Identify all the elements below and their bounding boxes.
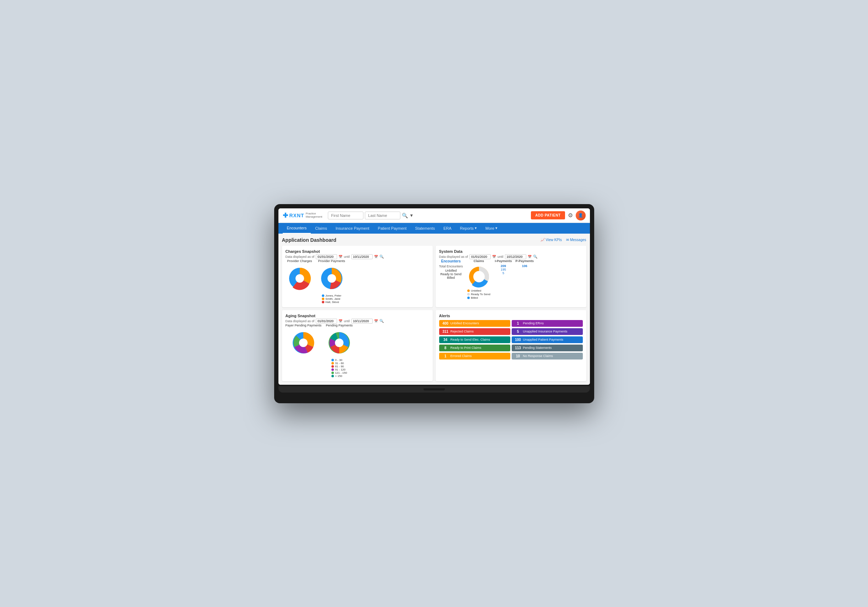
laptop-base <box>278 386 590 393</box>
no-response-claims-btn[interactable]: 10 No Response Claims <box>512 353 583 359</box>
i-payments-title: I-Payments <box>495 259 512 263</box>
range-gt-150: > 150 <box>332 375 347 378</box>
unbilled-count: 209 <box>501 264 506 268</box>
range-31-60: 31 - 60 <box>332 362 347 365</box>
provider-payments-label: Provider Payments <box>318 259 345 263</box>
nav-claims[interactable]: Claims <box>311 223 332 233</box>
charges-legend: Jones, Peter Smith, Jane Hall, Steve <box>322 294 341 304</box>
system-date-from[interactable] <box>470 254 491 259</box>
charges-snapshot-card: Charges Snapshot Data displayed as of 📅 … <box>282 246 433 307</box>
range-0-30: 0 - 30 <box>332 358 347 362</box>
unapplied-ins-text: Unapplied Insurance Payments <box>523 330 567 333</box>
logo-subtitle2: Management <box>306 215 322 219</box>
i-payments-col: I-Payments 209 195 5 <box>495 259 512 299</box>
nav-encounters[interactable]: Encounters <box>283 223 311 234</box>
first-name-input[interactable] <box>328 212 363 219</box>
unbilled-dot <box>467 290 470 292</box>
screen: ✚ RXNT Practice Management 🔍 ▼ ADD PATIE… <box>278 208 590 385</box>
unapplied-patient-btn[interactable]: 100 Unapplied Patient Payments <box>512 336 583 343</box>
ready-print-btn[interactable]: 8 Ready to Print Claims <box>439 345 510 352</box>
pending-eras-text: Pending ERAs <box>523 322 544 325</box>
nav-statements[interactable]: Statements <box>411 223 439 233</box>
total-encounters-label: Total Encounters <box>439 265 463 268</box>
range-61-90: 61 - 90 <box>332 365 347 368</box>
pending-eras-badge: 1 <box>515 322 522 325</box>
page-header: Application Dashboard 📈 View KPIs ✉ Mess… <box>282 237 586 243</box>
rejected-count-badge: 311 <box>442 330 449 334</box>
unbilled-count-badge: 400 <box>442 322 449 325</box>
no-response-badge: 10 <box>515 354 522 358</box>
nav-bar: Encounters Claims Insurance Payment Pati… <box>278 223 590 234</box>
charges-search-btn[interactable]: 🔍 <box>380 255 384 259</box>
settings-button[interactable]: ⚙ <box>568 212 573 219</box>
pending-pie <box>325 328 353 357</box>
provider-charges-pie <box>285 264 314 293</box>
aging-date-from[interactable] <box>316 319 337 324</box>
pending-eras-btn[interactable]: 1 Pending ERAs <box>512 320 583 327</box>
nav-more[interactable]: More ▾ <box>481 223 502 233</box>
svg-point-9 <box>335 339 344 347</box>
errored-claims-btn[interactable]: 1 Errored Claims <box>439 353 510 359</box>
charges-charts-row: Provider Charges Provider Payments <box>285 259 429 304</box>
billed-legend: Billed <box>467 296 490 299</box>
rejected-label-text: Rejected Claims <box>451 330 474 333</box>
ready-send-legend: Ready To Send <box>467 293 490 296</box>
range-91-120: 91 - 120 <box>332 368 347 371</box>
avatar: 👤 <box>576 211 586 220</box>
p-payments-title: P-Payments <box>516 259 534 263</box>
errored-count-badge: 1 <box>442 354 449 358</box>
reports-dropdown-icon: ▾ <box>475 226 477 231</box>
svg-point-5 <box>473 271 485 282</box>
encounters-link[interactable]: Encounters <box>441 259 461 263</box>
aging-title: Aging Snapshot <box>285 314 429 318</box>
alerts-title: Alerts <box>439 314 583 318</box>
last-name-input[interactable] <box>365 212 400 219</box>
legend-jones: Jones, Peter <box>322 294 341 297</box>
rejected-claims-btn[interactable]: 311 Rejected Claims <box>439 328 510 335</box>
system-search-btn[interactable]: 🔍 <box>533 255 537 259</box>
unapplied-insurance-btn[interactable]: 5 Unapplied Insurance Payments <box>512 328 583 335</box>
laptop-notch <box>423 388 445 390</box>
messages-icon: ✉ <box>566 238 569 242</box>
aging-search-btn[interactable]: 🔍 <box>380 319 384 323</box>
pending-statements-btn[interactable]: 113 Pending Statements <box>512 345 583 352</box>
messages-link[interactable]: ✉ Messages <box>566 238 586 242</box>
nav-insurance-payment[interactable]: Insurance Payment <box>332 223 374 233</box>
system-data-title: System Data <box>439 249 583 254</box>
alerts-left-col: 400 Unbilled Encounters 311 Rejected Cla… <box>439 320 510 359</box>
charges-date-from[interactable] <box>316 254 337 259</box>
pending-stmt-badge: 113 <box>515 346 522 350</box>
view-kpis-link[interactable]: 📈 View KPIs <box>541 238 562 242</box>
alerts-right-col: 1 Pending ERAs 5 Unapplied Insurance Pay… <box>512 320 583 359</box>
billed-count: 5 <box>502 271 504 275</box>
nav-era[interactable]: ERA <box>439 223 456 233</box>
alerts-card: Alerts 400 Unbilled Encounters 311 Rejec… <box>436 310 586 381</box>
ready-send-label-text: Ready to Send Elec. Claims <box>451 338 490 341</box>
aging-date-to[interactable] <box>351 319 373 324</box>
aging-snapshot-card: Aging Snapshot Data displayed as of 📅 un… <box>282 310 433 381</box>
system-date-to[interactable] <box>505 254 526 259</box>
add-patient-button[interactable]: ADD PATIENT <box>531 211 565 219</box>
system-data-card: System Data Data displayed as of 📅 until… <box>436 246 586 307</box>
no-response-text: No Response Claims <box>523 354 553 358</box>
nav-reports[interactable]: Reports ▾ <box>456 223 482 233</box>
unapplied-pat-badge: 100 <box>515 338 522 342</box>
ready-print-label-text: Ready to Print Claims <box>451 346 482 350</box>
payer-pending-section: Payer Pending Payments <box>285 324 322 378</box>
unbilled-legend: Unbilled <box>467 289 490 292</box>
search-button[interactable]: 🔍 <box>402 212 408 219</box>
unbilled-encounters-btn[interactable]: 400 Unbilled Encounters <box>439 320 510 327</box>
charges-date-to[interactable] <box>351 254 373 259</box>
provider-charges-label: Provider Charges <box>287 259 312 263</box>
filter-button[interactable]: ▼ <box>409 212 414 219</box>
provider-payments-pie <box>318 264 346 293</box>
unapplied-ins-badge: 5 <box>515 330 522 334</box>
ready-send-elec-btn[interactable]: 34 Ready to Send Elec. Claims <box>439 336 510 343</box>
aging-legend: 0 - 30 31 - 60 61 - 90 <box>332 358 347 378</box>
nav-patient-payment[interactable]: Patient Payment <box>374 223 411 233</box>
content-area: Application Dashboard 📈 View KPIs ✉ Mess… <box>278 234 590 385</box>
hall-dot <box>322 301 324 304</box>
jones-dot <box>322 294 324 297</box>
laptop-frame: ✚ RXNT Practice Management 🔍 ▼ ADD PATIE… <box>274 204 594 403</box>
alerts-grid: 400 Unbilled Encounters 311 Rejected Cla… <box>439 320 583 359</box>
